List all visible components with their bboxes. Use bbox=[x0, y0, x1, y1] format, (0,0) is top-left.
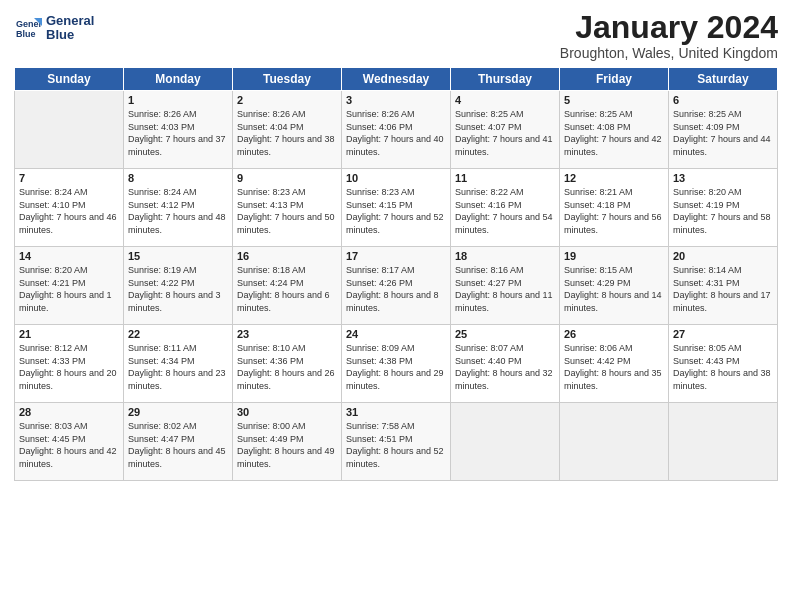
day-cell: 10Sunrise: 8:23 AMSunset: 4:15 PMDayligh… bbox=[342, 169, 451, 247]
day-info: Sunrise: 8:00 AMSunset: 4:49 PMDaylight:… bbox=[237, 420, 337, 470]
day-info: Sunrise: 8:21 AMSunset: 4:18 PMDaylight:… bbox=[564, 186, 664, 236]
day-cell: 9Sunrise: 8:23 AMSunset: 4:13 PMDaylight… bbox=[233, 169, 342, 247]
day-info: Sunrise: 8:06 AMSunset: 4:42 PMDaylight:… bbox=[564, 342, 664, 392]
day-number: 5 bbox=[564, 94, 664, 106]
day-cell: 26Sunrise: 8:06 AMSunset: 4:42 PMDayligh… bbox=[560, 325, 669, 403]
header-cell-wednesday: Wednesday bbox=[342, 68, 451, 91]
day-info: Sunrise: 8:15 AMSunset: 4:29 PMDaylight:… bbox=[564, 264, 664, 314]
day-cell: 5Sunrise: 8:25 AMSunset: 4:08 PMDaylight… bbox=[560, 91, 669, 169]
month-title: January 2024 bbox=[560, 10, 778, 45]
day-number: 11 bbox=[455, 172, 555, 184]
day-number: 29 bbox=[128, 406, 228, 418]
day-info: Sunrise: 8:24 AMSunset: 4:10 PMDaylight:… bbox=[19, 186, 119, 236]
day-info: Sunrise: 8:05 AMSunset: 4:43 PMDaylight:… bbox=[673, 342, 773, 392]
day-info: Sunrise: 8:03 AMSunset: 4:45 PMDaylight:… bbox=[19, 420, 119, 470]
day-info: Sunrise: 8:10 AMSunset: 4:36 PMDaylight:… bbox=[237, 342, 337, 392]
day-number: 12 bbox=[564, 172, 664, 184]
day-cell: 31Sunrise: 7:58 AMSunset: 4:51 PMDayligh… bbox=[342, 403, 451, 481]
week-row-1: 1Sunrise: 8:26 AMSunset: 4:03 PMDaylight… bbox=[15, 91, 778, 169]
logo-icon: General Blue bbox=[14, 14, 42, 42]
day-info: Sunrise: 8:11 AMSunset: 4:34 PMDaylight:… bbox=[128, 342, 228, 392]
day-number: 7 bbox=[19, 172, 119, 184]
day-cell: 20Sunrise: 8:14 AMSunset: 4:31 PMDayligh… bbox=[669, 247, 778, 325]
day-cell bbox=[15, 91, 124, 169]
day-number: 14 bbox=[19, 250, 119, 262]
header-cell-saturday: Saturday bbox=[669, 68, 778, 91]
day-cell: 15Sunrise: 8:19 AMSunset: 4:22 PMDayligh… bbox=[124, 247, 233, 325]
day-number: 2 bbox=[237, 94, 337, 106]
day-cell: 23Sunrise: 8:10 AMSunset: 4:36 PMDayligh… bbox=[233, 325, 342, 403]
day-number: 4 bbox=[455, 94, 555, 106]
day-number: 15 bbox=[128, 250, 228, 262]
day-cell: 12Sunrise: 8:21 AMSunset: 4:18 PMDayligh… bbox=[560, 169, 669, 247]
day-info: Sunrise: 8:07 AMSunset: 4:40 PMDaylight:… bbox=[455, 342, 555, 392]
title-block: January 2024 Broughton, Wales, United Ki… bbox=[560, 10, 778, 61]
day-cell: 25Sunrise: 8:07 AMSunset: 4:40 PMDayligh… bbox=[451, 325, 560, 403]
day-cell: 17Sunrise: 8:17 AMSunset: 4:26 PMDayligh… bbox=[342, 247, 451, 325]
day-number: 18 bbox=[455, 250, 555, 262]
day-cell: 21Sunrise: 8:12 AMSunset: 4:33 PMDayligh… bbox=[15, 325, 124, 403]
day-number: 19 bbox=[564, 250, 664, 262]
day-cell: 13Sunrise: 8:20 AMSunset: 4:19 PMDayligh… bbox=[669, 169, 778, 247]
day-cell: 4Sunrise: 8:25 AMSunset: 4:07 PMDaylight… bbox=[451, 91, 560, 169]
day-cell: 8Sunrise: 8:24 AMSunset: 4:12 PMDaylight… bbox=[124, 169, 233, 247]
day-info: Sunrise: 8:26 AMSunset: 4:06 PMDaylight:… bbox=[346, 108, 446, 158]
header-cell-sunday: Sunday bbox=[15, 68, 124, 91]
calendar-page: General Blue General Blue January 2024 B… bbox=[0, 0, 792, 612]
logo-line2: Blue bbox=[46, 28, 94, 42]
day-cell: 19Sunrise: 8:15 AMSunset: 4:29 PMDayligh… bbox=[560, 247, 669, 325]
day-info: Sunrise: 8:25 AMSunset: 4:07 PMDaylight:… bbox=[455, 108, 555, 158]
day-cell: 29Sunrise: 8:02 AMSunset: 4:47 PMDayligh… bbox=[124, 403, 233, 481]
day-number: 20 bbox=[673, 250, 773, 262]
header-cell-tuesday: Tuesday bbox=[233, 68, 342, 91]
header-row: SundayMondayTuesdayWednesdayThursdayFrid… bbox=[15, 68, 778, 91]
day-number: 10 bbox=[346, 172, 446, 184]
logo-text: General Blue bbox=[46, 14, 94, 43]
day-cell: 11Sunrise: 8:22 AMSunset: 4:16 PMDayligh… bbox=[451, 169, 560, 247]
header-cell-monday: Monday bbox=[124, 68, 233, 91]
week-row-4: 21Sunrise: 8:12 AMSunset: 4:33 PMDayligh… bbox=[15, 325, 778, 403]
day-number: 16 bbox=[237, 250, 337, 262]
header-cell-friday: Friday bbox=[560, 68, 669, 91]
day-number: 8 bbox=[128, 172, 228, 184]
svg-text:Blue: Blue bbox=[16, 29, 36, 39]
day-info: Sunrise: 8:09 AMSunset: 4:38 PMDaylight:… bbox=[346, 342, 446, 392]
day-info: Sunrise: 8:23 AMSunset: 4:15 PMDaylight:… bbox=[346, 186, 446, 236]
day-info: Sunrise: 8:18 AMSunset: 4:24 PMDaylight:… bbox=[237, 264, 337, 314]
day-number: 17 bbox=[346, 250, 446, 262]
day-cell: 2Sunrise: 8:26 AMSunset: 4:04 PMDaylight… bbox=[233, 91, 342, 169]
day-number: 30 bbox=[237, 406, 337, 418]
day-info: Sunrise: 8:25 AMSunset: 4:09 PMDaylight:… bbox=[673, 108, 773, 158]
logo-line1: General bbox=[46, 14, 94, 28]
day-cell: 7Sunrise: 8:24 AMSunset: 4:10 PMDaylight… bbox=[15, 169, 124, 247]
week-row-3: 14Sunrise: 8:20 AMSunset: 4:21 PMDayligh… bbox=[15, 247, 778, 325]
header-cell-thursday: Thursday bbox=[451, 68, 560, 91]
logo: General Blue General Blue bbox=[14, 14, 94, 43]
day-info: Sunrise: 8:26 AMSunset: 4:04 PMDaylight:… bbox=[237, 108, 337, 158]
day-cell: 28Sunrise: 8:03 AMSunset: 4:45 PMDayligh… bbox=[15, 403, 124, 481]
day-number: 6 bbox=[673, 94, 773, 106]
day-cell: 3Sunrise: 8:26 AMSunset: 4:06 PMDaylight… bbox=[342, 91, 451, 169]
day-info: Sunrise: 8:17 AMSunset: 4:26 PMDaylight:… bbox=[346, 264, 446, 314]
day-info: Sunrise: 8:20 AMSunset: 4:19 PMDaylight:… bbox=[673, 186, 773, 236]
day-number: 27 bbox=[673, 328, 773, 340]
day-cell: 24Sunrise: 8:09 AMSunset: 4:38 PMDayligh… bbox=[342, 325, 451, 403]
day-info: Sunrise: 8:14 AMSunset: 4:31 PMDaylight:… bbox=[673, 264, 773, 314]
day-info: Sunrise: 8:19 AMSunset: 4:22 PMDaylight:… bbox=[128, 264, 228, 314]
calendar-table: SundayMondayTuesdayWednesdayThursdayFrid… bbox=[14, 67, 778, 481]
day-number: 28 bbox=[19, 406, 119, 418]
day-cell bbox=[560, 403, 669, 481]
day-cell: 1Sunrise: 8:26 AMSunset: 4:03 PMDaylight… bbox=[124, 91, 233, 169]
day-number: 21 bbox=[19, 328, 119, 340]
day-cell: 6Sunrise: 8:25 AMSunset: 4:09 PMDaylight… bbox=[669, 91, 778, 169]
day-cell: 22Sunrise: 8:11 AMSunset: 4:34 PMDayligh… bbox=[124, 325, 233, 403]
day-cell: 14Sunrise: 8:20 AMSunset: 4:21 PMDayligh… bbox=[15, 247, 124, 325]
day-number: 26 bbox=[564, 328, 664, 340]
day-info: Sunrise: 8:20 AMSunset: 4:21 PMDaylight:… bbox=[19, 264, 119, 314]
day-info: Sunrise: 8:16 AMSunset: 4:27 PMDaylight:… bbox=[455, 264, 555, 314]
day-number: 3 bbox=[346, 94, 446, 106]
day-number: 13 bbox=[673, 172, 773, 184]
week-row-2: 7Sunrise: 8:24 AMSunset: 4:10 PMDaylight… bbox=[15, 169, 778, 247]
day-number: 23 bbox=[237, 328, 337, 340]
day-cell bbox=[451, 403, 560, 481]
